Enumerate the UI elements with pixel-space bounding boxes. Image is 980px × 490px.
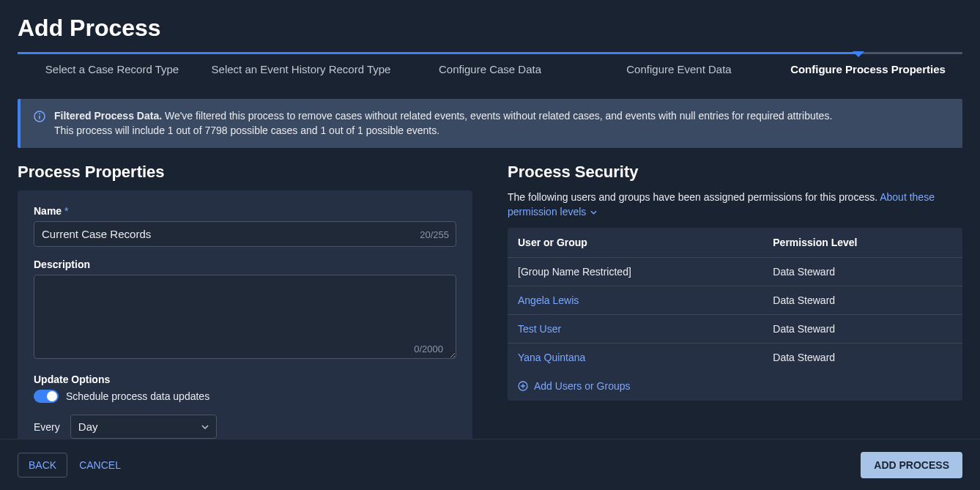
table-row: Test UserData Steward — [508, 315, 962, 344]
right-column: Process Security The following users and… — [508, 163, 962, 440]
user-cell: [Group Name Restricted] — [508, 258, 762, 286]
name-input[interactable] — [34, 221, 456, 247]
info-banner: Filtered Process Data. We've filtered th… — [18, 99, 962, 148]
info-icon — [34, 111, 45, 122]
stepper-step-2[interactable]: Configure Case Data — [396, 63, 584, 75]
user-link[interactable]: Yana Quintana — [518, 352, 585, 363]
stepper-step-1[interactable]: Select an Event History Record Type — [207, 63, 396, 75]
add-users-groups-label: Add Users or Groups — [534, 380, 631, 392]
description-textarea[interactable] — [34, 275, 456, 359]
permission-cell: Data Steward — [762, 286, 962, 315]
properties-panel: Name * 20/255 Description 0/2000 Update … — [18, 190, 472, 440]
schedule-select-value: Day — [78, 420, 98, 433]
security-description: The following users and groups have been… — [508, 190, 962, 219]
table-row: [Group Name Restricted]Data Steward — [508, 258, 962, 286]
schedule-select[interactable]: Day — [70, 415, 217, 439]
stepper-fill — [18, 52, 858, 54]
user-cell: Angela Lewis — [508, 286, 762, 315]
properties-heading: Process Properties — [18, 163, 472, 182]
user-cell: Yana Quintana — [508, 344, 762, 372]
chevron-down-icon — [590, 210, 597, 215]
svg-rect-2 — [39, 116, 40, 119]
page-title: Add Process — [18, 15, 962, 42]
user-link[interactable]: Angela Lewis — [518, 294, 579, 306]
name-char-count: 20/255 — [420, 229, 449, 240]
content-scroll-area[interactable]: Filtered Process Data. We've filtered th… — [0, 86, 980, 440]
stepper-pointer-icon — [853, 51, 864, 57]
description-label: Description — [34, 259, 456, 270]
two-columns: Process Properties Name * 20/255 Descrip… — [18, 163, 962, 440]
svg-point-1 — [39, 114, 40, 115]
info-banner-strong: Filtered Process Data. — [54, 110, 162, 122]
schedule-row: Every Day — [34, 415, 456, 439]
stepper-step-4[interactable]: Configure Process Properties — [773, 63, 962, 75]
update-options-label: Update Options — [34, 374, 456, 385]
schedule-toggle-label: Schedule process data updates — [66, 390, 209, 402]
user-link[interactable]: Test User — [518, 323, 561, 335]
stepper: Select a Case Record TypeSelect an Event… — [0, 52, 980, 86]
description-char-count: 0/2000 — [414, 344, 443, 354]
th-permission: Permission Level — [762, 228, 962, 258]
page-header: Add Process — [0, 0, 980, 42]
info-banner-text: Filtered Process Data. We've filtered th… — [54, 109, 832, 138]
plus-circle-icon — [518, 381, 528, 391]
back-button[interactable]: BACK — [18, 453, 67, 478]
chevron-down-icon — [201, 425, 209, 429]
cancel-button[interactable]: CANCEL — [79, 459, 121, 471]
add-users-groups-button[interactable]: Add Users or Groups — [508, 371, 962, 401]
stepper-step-3[interactable]: Configure Event Data — [584, 63, 773, 75]
table-header-row: User or Group Permission Level — [508, 228, 962, 258]
schedule-toggle-row: Schedule process data updates — [34, 390, 456, 403]
add-process-button[interactable]: ADD PROCESS — [861, 452, 962, 478]
permission-cell: Data Steward — [762, 344, 962, 372]
user-cell: Test User — [508, 315, 762, 344]
th-user-group: User or Group — [508, 228, 762, 258]
footer: BACK CANCEL ADD PROCESS — [0, 439, 980, 490]
schedule-toggle[interactable] — [34, 390, 59, 403]
name-label: Name * — [34, 205, 456, 217]
stepper-track — [18, 52, 962, 54]
security-heading: Process Security — [508, 163, 962, 182]
info-banner-line1: We've filtered this process to remove ca… — [165, 110, 832, 122]
stepper-step-0[interactable]: Select a Case Record Type — [18, 63, 207, 75]
security-table: User or Group Permission Level [Group Na… — [508, 228, 962, 401]
table-row: Yana QuintanaData Steward — [508, 344, 962, 372]
info-banner-line2: This process will include 1 out of 7798 … — [54, 125, 439, 136]
schedule-prefix: Every — [34, 421, 60, 433]
permission-cell: Data Steward — [762, 258, 962, 286]
permission-cell: Data Steward — [762, 315, 962, 344]
left-column: Process Properties Name * 20/255 Descrip… — [18, 163, 472, 440]
table-row: Angela LewisData Steward — [508, 286, 962, 315]
